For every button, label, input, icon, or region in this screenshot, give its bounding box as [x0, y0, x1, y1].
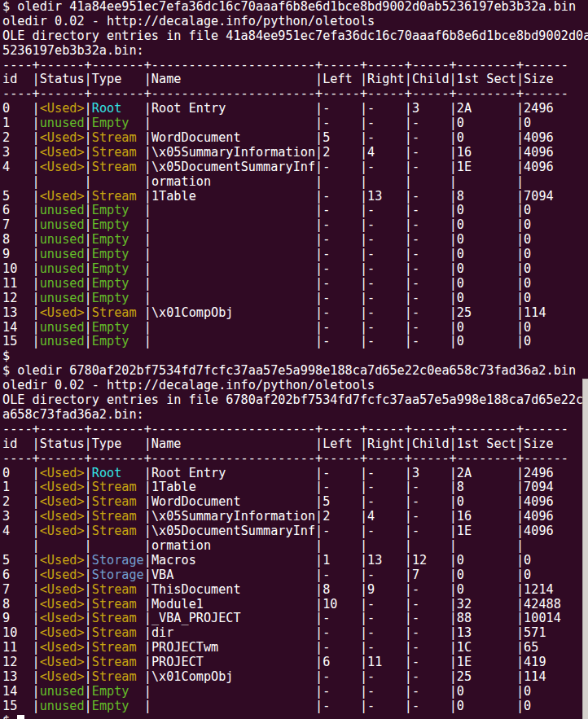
terminal-line: 13 |<Used>|Stream |\x01CompObj |- |- |- … — [2, 306, 588, 321]
terminal-line: 9 |<Used>|Stream |_VBA_PROJECT |- |- |- … — [2, 612, 588, 626]
terminal-line: $ — [2, 714, 588, 719]
terminal-line: 14 |unused|Empty | |- |- |- |0 |0 — [2, 321, 588, 335]
terminal-line: 3 |<Used>|Stream |\x05SummaryInformation… — [2, 510, 588, 524]
terminal-line: oledir 0.02 - http://decalage.info/pytho… — [2, 379, 588, 393]
terminal-line: id |Status|Type |Name |Left |Right|Child… — [2, 437, 588, 452]
terminal-line: oledir 0.02 - http://decalage.info/pytho… — [2, 15, 588, 29]
terminal-line: 7 |unused|Empty | |- |- |- |0 |0 — [2, 218, 588, 233]
terminal-line: | | |ormation | | | | | — [2, 539, 588, 554]
terminal-line: 12 |unused|Empty | |- |- |- |0 |0 — [2, 292, 588, 306]
terminal-line: 10 |<Used>|Stream |dir |- |- |- |13 |571 — [2, 626, 588, 641]
terminal-line: 1 |unused|Empty | |- |- |- |0 |0 — [2, 116, 588, 131]
terminal-line: 10 |unused|Empty | |- |- |- |0 |0 — [2, 262, 588, 277]
terminal-line: ----+------+-------+--------------------… — [2, 87, 588, 102]
terminal-line: ----+------+-------+--------------------… — [2, 423, 588, 437]
terminal-line: 6 |unused|Empty | |- |- |- |0 |0 — [2, 204, 588, 218]
terminal-line: 8 |<Used>|Stream |Module1 |10 |- |- |32 … — [2, 598, 588, 612]
terminal-line: 7 |<Used>|Stream |ThisDocument |8 |9 |- … — [2, 583, 588, 598]
terminal-line: 2 |<Used>|Stream |WordDocument |5 |- |- … — [2, 495, 588, 510]
terminal-line: 5236197eb3b32a.bin: — [2, 44, 588, 59]
terminal-line: 1 |<Used>|Stream |1Table |- |- |- |8 |70… — [2, 480, 588, 495]
terminal-line: 0 |<Used>|Root |Root Entry |- |- |3 |2A … — [2, 467, 588, 481]
terminal-line: ----+------+-------+--------------------… — [2, 59, 588, 73]
terminal-line: 9 |unused|Empty | |- |- |- |0 |0 — [2, 248, 588, 262]
terminal-line: 14 |unused|Empty | |- |- |- |0 |0 — [2, 685, 588, 699]
terminal-line: 4 |<Used>|Stream |\x05DocumentSummaryInf… — [2, 160, 588, 175]
terminal-line: 6 |<Used>|Storage|VBA |- |- |7 |0 |0 — [2, 568, 588, 583]
terminal-line: a658c73fad36a2.bin: — [2, 408, 588, 423]
terminal: $ oledir 41a84ee951ec7efa36dc16c70aaaf6b… — [0, 0, 588, 719]
terminal-line: id |Status|Type |Name |Left |Right|Child… — [2, 72, 588, 87]
terminal-line: 15 |unused|Empty | |- |- |- |0 |0 — [2, 335, 588, 349]
terminal-line: 5 |<Used>|Storage|Macros |1 |13 |12 |0 |… — [2, 554, 588, 568]
terminal-line: ----+------+-------+--------------------… — [2, 452, 588, 467]
terminal-line: 4 |<Used>|Stream |\x05DocumentSummaryInf… — [2, 524, 588, 539]
terminal-line: | | |ormation | | | | | — [2, 175, 588, 190]
terminal-line: OLE directory entries in file 41a84ee951… — [2, 29, 588, 44]
terminal-line: $ oledir 6780af202bf7534fd7fcfc37aa57e5a… — [2, 364, 588, 379]
terminal-line: $ oledir 41a84ee951ec7efa36dc16c70aaaf6b… — [2, 0, 588, 15]
terminal-line: 11 |<Used>|Stream |PROJECTwm |- |- |- |1… — [2, 641, 588, 655]
terminal-line: 3 |<Used>|Stream |\x05SummaryInformation… — [2, 146, 588, 160]
terminal-cursor — [17, 715, 24, 719]
terminal-line: 2 |<Used>|Stream |WordDocument |5 |- |- … — [2, 131, 588, 146]
terminal-line: 15 |unused|Empty | |- |- |- |0 |0 — [2, 699, 588, 714]
terminal-line: 12 |<Used>|Stream |PROJECT |6 |11 |- |1E… — [2, 655, 588, 670]
terminal-line: 13 |<Used>|Stream |\x01CompObj |- |- |- … — [2, 670, 588, 685]
terminal-line: 8 |unused|Empty | |- |- |- |0 |0 — [2, 233, 588, 248]
terminal-output: $ oledir 41a84ee951ec7efa36dc16c70aaaf6b… — [2, 0, 588, 719]
scrollbar-thumb[interactable] — [582, 379, 588, 719]
terminal-line: 11 |unused|Empty | |- |- |- |0 |0 — [2, 277, 588, 292]
terminal-line: OLE directory entries in file 6780af202b… — [2, 393, 588, 408]
terminal-line: 5 |<Used>|Stream |1Table |- |13 |- |8 |7… — [2, 190, 588, 204]
terminal-line: $ — [2, 349, 588, 364]
terminal-line: 0 |<Used>|Root |Root Entry |- |- |3 |2A … — [2, 102, 588, 116]
